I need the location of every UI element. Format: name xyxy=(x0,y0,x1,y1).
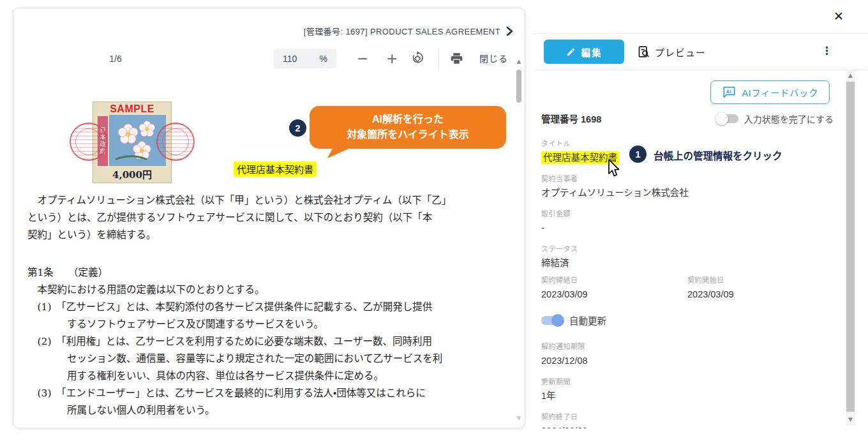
ai-feedback-button[interactable]: AI AIフィードバック xyxy=(710,80,830,104)
auto-renew-toggle[interactable] xyxy=(541,316,563,325)
viewer-close-button[interactable]: 閉じる xyxy=(479,54,508,63)
ai-chat-icon: AI xyxy=(722,86,737,98)
zoom-value: 110 xyxy=(283,54,297,64)
edit-label: 編集 xyxy=(581,45,602,59)
printer-icon xyxy=(450,52,463,65)
doc-line: するソフトウェアサービス及び関連するサービスをいう。 xyxy=(27,316,518,333)
field-value: オプティムソリューション株式会社 xyxy=(541,186,834,199)
doc-line: (2) 「利用権」とは、乙サービスを利用するために必要な端末数、ユーザー数、同時… xyxy=(27,333,518,350)
field-renewal-period: 更新期間 1年 xyxy=(541,377,834,402)
pencil-icon xyxy=(566,47,576,57)
field-start-date: 契約開始日 2023/03/09 xyxy=(687,276,834,301)
toggle-knob xyxy=(715,112,728,125)
preview-label: プレビュー xyxy=(655,45,706,59)
field-label: 解約通知期限 xyxy=(541,342,834,351)
field-label: 契約終了日 xyxy=(541,412,834,421)
doc-line: 本契約における用語の定義は以下のとおりとする。 xyxy=(27,282,518,299)
breadcrumb-label: [管理番号: 1697] PRODUCT SALES AGREEMENT xyxy=(304,25,500,37)
panel-action-bar: 編集 プレビュー ⋮ xyxy=(534,33,868,70)
step1-badge: 1 xyxy=(629,146,647,163)
close-icon: ✕ xyxy=(834,9,844,23)
callout-line1: AI解析を行った xyxy=(316,112,500,127)
doc-line: (1) 「乙サービス」とは、本契約添付の各サービス提供条件に記載する、乙が開発し… xyxy=(27,299,518,316)
stamp-sample-label: SAMPLE xyxy=(70,103,195,115)
scroll-down-icon[interactable]: ▼ xyxy=(846,414,855,425)
doc-line: という）とは、乙が提供するソフトウェアサービスに関して、以下のとおり契約（以下「… xyxy=(27,209,518,227)
field-value: 締結済 xyxy=(541,257,834,269)
pdf-viewer-card: [管理番号: 1697] PRODUCT SALES AGREEMENT 1/6… xyxy=(13,8,525,428)
field-label: 契約当事者 xyxy=(541,174,834,183)
field-value: 2023/12/08 xyxy=(541,354,834,367)
field-label: 契約締結日 xyxy=(541,276,687,285)
scroll-up-icon[interactable]: ▲ xyxy=(846,70,855,80)
doc-line: 第1条 （定義） xyxy=(27,264,518,282)
rotate-icon xyxy=(412,50,426,64)
preview-button[interactable]: プレビュー xyxy=(637,45,706,59)
viewer-scrollbar-thumb[interactable] xyxy=(516,70,521,103)
scroll-down-icon[interactable]: ▼ xyxy=(515,414,523,423)
doc-line: 所属しない個人の利用者をいう。 xyxy=(27,402,518,419)
date-fields-row: 契約締結日 2023/03/09 契約開始日 2023/03/09 xyxy=(541,269,834,301)
zoom-out-button[interactable]: − xyxy=(357,52,368,66)
print-button[interactable] xyxy=(450,52,463,68)
step2-badge: 2 xyxy=(289,119,306,137)
doc-line: 契約」という）を締結する。 xyxy=(27,227,518,244)
panel-close-button[interactable]: ✕ xyxy=(834,9,844,23)
document-article1: 第1条 （定義） 本契約における用語の定義は以下のとおりとする。 (1) 「乙サ… xyxy=(27,264,518,419)
toggle-knob xyxy=(551,314,564,327)
zoom-unit: % xyxy=(320,54,327,64)
field-value: 2023/03/09 xyxy=(687,288,834,301)
more-menu-button[interactable]: ⋮ xyxy=(821,44,832,57)
toolbar-divider xyxy=(438,48,439,70)
field-end-date: 契約終了日 2024/03/08 xyxy=(541,412,834,428)
rotate-button[interactable] xyxy=(412,50,426,67)
step1-callout-text: 台帳上の管理情報をクリック xyxy=(654,148,782,162)
kebab-menu-icon: ⋮ xyxy=(821,44,832,57)
doc-line: セッション数、通信量、容量等により規定された一定の範囲において乙サービスを利 xyxy=(27,350,518,368)
edit-button[interactable]: 編集 xyxy=(544,40,624,64)
stamp-value-text: 4,000円 xyxy=(93,167,171,181)
zoom-in-button[interactable]: + xyxy=(386,52,398,66)
management-number: 管理番号 1698 xyxy=(541,112,717,125)
step2-callout-bubble: AI解析を行った 対象箇所をハイライト表示 xyxy=(310,106,506,149)
contract-management-screen: [管理番号: 1697] PRODUCT SALES AGREEMENT 1/6… xyxy=(0,0,868,436)
field-label: ステータス xyxy=(541,244,834,253)
field-signed-date: 契約締結日 2023/03/09 xyxy=(541,276,687,301)
panel-scrollbar-thumb[interactable] xyxy=(846,82,855,412)
page-indicator: 1/6 xyxy=(96,54,135,64)
field-label: 取引金額 xyxy=(541,209,834,218)
callout-line2: 対象箇所をハイライト表示 xyxy=(316,127,500,142)
chevron-right-icon xyxy=(505,27,513,36)
zoom-level-input[interactable]: 110 % xyxy=(274,49,336,68)
svg-text:AI: AI xyxy=(726,89,731,94)
complete-status-toggle[interactable] xyxy=(717,114,738,123)
auto-renew-label: 自動更新 xyxy=(569,313,606,327)
detail-side-panel: ✕ 編集 プレビュー ⋮ xyxy=(534,0,868,436)
ai-feedback-label: AIフィードバック xyxy=(742,86,818,99)
complete-toggle-label: 入力状態を完了にする xyxy=(744,112,834,125)
field-cancel-notice: 解約通知期限 2023/12/08 xyxy=(541,342,834,367)
bubble-tail xyxy=(326,146,357,158)
field-label: 契約開始日 xyxy=(687,276,834,285)
document-paragraph: オプティムソリューション株式会社（以下「甲」という）と株式会社オプティム（以下「… xyxy=(27,192,518,244)
viewer-scrollbar[interactable]: ▲ ▼ xyxy=(515,57,523,423)
field-label: 更新期間 xyxy=(541,377,834,386)
field-party: 契約当事者 オプティムソリューション株式会社 xyxy=(541,174,834,199)
field-value: - xyxy=(541,222,834,234)
doc-line: (3) 「エンドユーザー」とは、乙サービスを最終的に利用する法人・団体等又はこれ… xyxy=(27,385,518,402)
panel-content: AI AIフィードバック 管理番号 1698 入力状態を完了にする タイトル 代… xyxy=(534,70,846,428)
field-value: 1年 xyxy=(541,389,834,402)
panel-scrollbar[interactable]: ▲ ▼ xyxy=(846,70,855,426)
field-status: ステータス 締結済 xyxy=(541,244,834,269)
preview-document-icon xyxy=(637,45,650,59)
highlighted-contract-title: 代理店基本契約書 xyxy=(234,162,317,177)
doc-line: 用する権利をいい、具体の内容、単位は各サービス提供条件に定める。 xyxy=(27,368,518,385)
scroll-up-icon[interactable]: ▲ xyxy=(515,57,523,66)
field-value: 2023/03/09 xyxy=(541,288,687,301)
field-value: 2024/03/08 xyxy=(541,425,834,428)
document-breadcrumb[interactable]: [管理番号: 1697] PRODUCT SALES AGREEMENT xyxy=(304,25,513,37)
field-label: タイトル xyxy=(541,139,834,148)
red-seal-right xyxy=(156,123,195,161)
document-body: オプティムソリューション株式会社（以下「甲」という）と株式会社オプティム（以下「… xyxy=(27,192,518,419)
red-seal-left xyxy=(70,123,108,161)
